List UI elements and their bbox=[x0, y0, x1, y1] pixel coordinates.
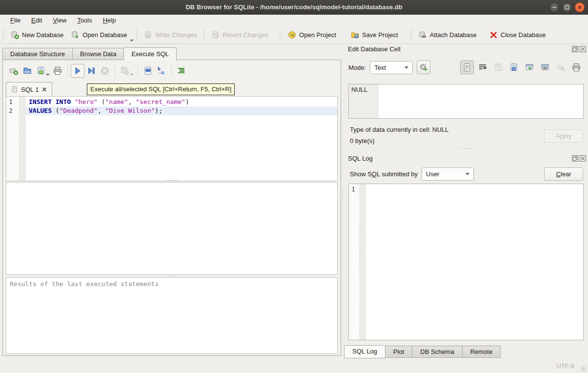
log-line-number: 1 bbox=[349, 186, 359, 193]
status-bar: UTF-8 bbox=[0, 358, 588, 373]
results-message-pane[interactable]: Results of the last executed statements bbox=[6, 277, 338, 354]
link-window-icon bbox=[540, 62, 550, 72]
close-database-icon bbox=[489, 31, 498, 39]
menu-file[interactable]: File bbox=[5, 16, 26, 25]
word-wrap-button[interactable] bbox=[476, 61, 489, 74]
execute-line-button[interactable] bbox=[84, 64, 98, 78]
set-null-button bbox=[554, 61, 568, 74]
sql-log-dock: SQL Log Show SQL submitted by User Clear… bbox=[344, 149, 588, 345]
tab-plot[interactable]: Plot bbox=[385, 346, 412, 358]
menu-help[interactable]: Help bbox=[98, 16, 122, 25]
close-button[interactable] bbox=[575, 2, 585, 12]
find-button[interactable] bbox=[141, 64, 155, 78]
attach-database-button[interactable]: Attach Database bbox=[415, 28, 481, 41]
cell-size-info: 0 byte(s) bbox=[350, 137, 375, 145]
edit-database-cell-dock: Edit Database Cell Mode: Text bbox=[344, 44, 588, 149]
format-sql-button[interactable] bbox=[175, 64, 188, 78]
open-project-label: Open Project bbox=[299, 31, 336, 39]
tab-db-schema[interactable]: DB Schema bbox=[412, 346, 462, 358]
save-sql-dropdown-arrow[interactable] bbox=[46, 74, 50, 76]
new-database-button[interactable]: New Database bbox=[7, 28, 67, 41]
print-sql-button[interactable] bbox=[51, 64, 64, 78]
dock-splitter[interactable] bbox=[344, 147, 588, 150]
menu-edit[interactable]: Edit bbox=[26, 16, 47, 25]
log-filter-select[interactable]: User bbox=[422, 167, 474, 181]
close-database-button[interactable]: Close Database bbox=[486, 28, 550, 41]
save-project-label: Save Project bbox=[362, 31, 398, 39]
float-dock-icon[interactable] bbox=[572, 155, 578, 162]
sql-log-dock-titlebar[interactable]: SQL Log bbox=[344, 153, 588, 163]
cell-type-info: Type of data currently in cell: NULL bbox=[350, 126, 448, 133]
main-tab-bar: Database Structure Browse Data Execute S… bbox=[2, 47, 177, 60]
sql-editor[interactable]: 12 INSERT INTO "hero" ("name", "secret_n… bbox=[6, 96, 338, 181]
cell-value-editor[interactable]: NULL bbox=[348, 84, 584, 119]
tab-sql-log[interactable]: SQL Log bbox=[344, 345, 385, 358]
maximize-button[interactable] bbox=[562, 2, 572, 12]
text-document-icon bbox=[462, 62, 472, 72]
cell-null-indicator: NULL bbox=[349, 84, 378, 118]
set-null-icon bbox=[556, 62, 566, 72]
log-text-area[interactable] bbox=[366, 184, 583, 340]
open-sql-file-button[interactable] bbox=[20, 64, 34, 78]
apply-button: Apply bbox=[544, 129, 583, 143]
cell-text-area[interactable] bbox=[378, 84, 583, 118]
replace-button[interactable]: ba bbox=[155, 64, 168, 78]
menu-view[interactable]: View bbox=[47, 16, 72, 25]
open-database-button[interactable]: Open Database bbox=[67, 28, 131, 41]
sql-toolbar-separator bbox=[138, 65, 138, 77]
log-line-numbers: 1 bbox=[349, 184, 359, 340]
execute-line-icon bbox=[86, 66, 96, 76]
sql1-tab-close-icon[interactable]: ✕ bbox=[41, 86, 47, 93]
tab-execute-sql[interactable]: Execute SQL bbox=[123, 47, 177, 61]
attach-database-icon bbox=[419, 31, 427, 39]
open-in-external-button[interactable] bbox=[523, 61, 536, 74]
svg-text:b: b bbox=[158, 67, 161, 71]
auto-apply-button[interactable] bbox=[417, 61, 430, 74]
log-filter-selected-value: User bbox=[426, 170, 439, 178]
revert-changes-icon bbox=[211, 31, 220, 39]
open-database-dropdown-arrow[interactable] bbox=[130, 40, 134, 41]
external-window-icon bbox=[525, 62, 534, 72]
close-dock-icon[interactable] bbox=[580, 46, 586, 52]
tab-remote[interactable]: Remote bbox=[463, 346, 501, 358]
clear-log-button[interactable]: Clear bbox=[544, 167, 583, 181]
save-results-dropdown-arrow bbox=[130, 74, 134, 76]
print-cell-button[interactable] bbox=[569, 61, 583, 74]
app-window: DB Browser for SQLite - /home/user/code/… bbox=[0, 0, 588, 373]
import-data-button bbox=[491, 61, 505, 74]
minimize-button[interactable] bbox=[549, 2, 559, 12]
editor-code-area[interactable]: INSERT INTO "hero" ("name", "secret_name… bbox=[26, 97, 337, 181]
text-mode-button[interactable] bbox=[460, 61, 474, 74]
svg-text:a: a bbox=[161, 70, 164, 75]
editor-grid-splitter[interactable] bbox=[3, 179, 341, 182]
close-dock-icon[interactable] bbox=[580, 155, 586, 162]
export-data-button[interactable] bbox=[507, 61, 521, 74]
mode-select[interactable]: Text bbox=[370, 61, 413, 74]
new-sql-tab-button[interactable] bbox=[7, 64, 20, 78]
save-sql-file-icon bbox=[36, 66, 46, 76]
save-project-button[interactable]: Save Project bbox=[347, 28, 402, 41]
resize-grip[interactable] bbox=[581, 366, 587, 372]
float-dock-icon[interactable] bbox=[572, 46, 578, 52]
execute-all-button[interactable] bbox=[71, 64, 84, 78]
show-sql-filter-label: Show SQL submitted by bbox=[350, 170, 418, 178]
open-project-button[interactable]: Open Project bbox=[284, 28, 340, 41]
sql1-tab[interactable]: SQL 1 ✕ bbox=[6, 82, 52, 96]
editor-fold-margin bbox=[20, 97, 26, 181]
mode-selected-value: Text bbox=[374, 64, 386, 71]
toolbar-drag-handle[interactable] bbox=[2, 29, 5, 40]
query-results-grid[interactable] bbox=[6, 182, 338, 275]
edit-cell-dock-titlebar[interactable]: Edit Database Cell bbox=[344, 44, 588, 54]
tab-database-structure[interactable]: Database Structure bbox=[2, 48, 72, 60]
toolbar-drag-handle[interactable] bbox=[279, 29, 282, 40]
sql-editor-tab-bar: SQL 1 ✕ bbox=[6, 82, 52, 96]
close-database-label: Close Database bbox=[501, 31, 546, 39]
menu-tools[interactable]: Tools bbox=[72, 16, 97, 25]
sql-toolbar-separator bbox=[171, 65, 172, 77]
toolbar-drag-handle[interactable] bbox=[410, 29, 413, 40]
tab-browse-data[interactable]: Browse Data bbox=[72, 48, 123, 60]
save-results-icon bbox=[120, 66, 130, 76]
word-wrap-icon bbox=[478, 62, 487, 72]
copy-link-button[interactable] bbox=[538, 61, 552, 74]
sql-log-view[interactable]: 1 bbox=[348, 184, 584, 340]
